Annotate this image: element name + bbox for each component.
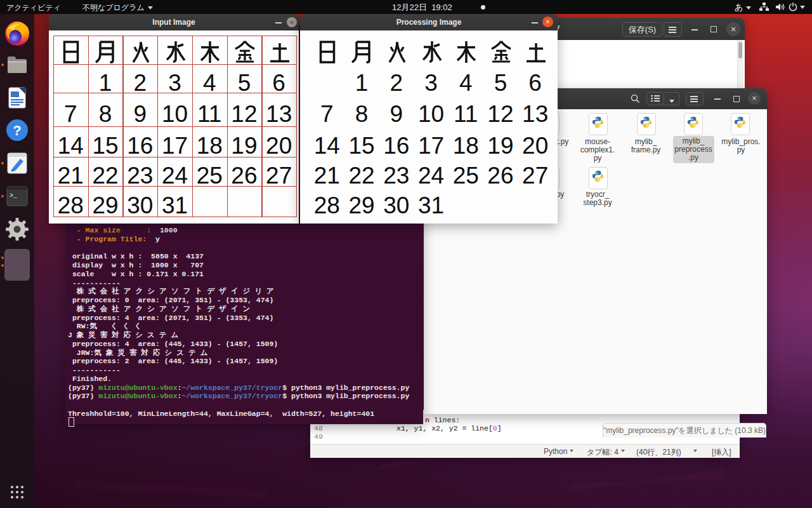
svg-text:?: ? [13,123,21,138]
svg-text:>_: >_ [10,192,18,199]
